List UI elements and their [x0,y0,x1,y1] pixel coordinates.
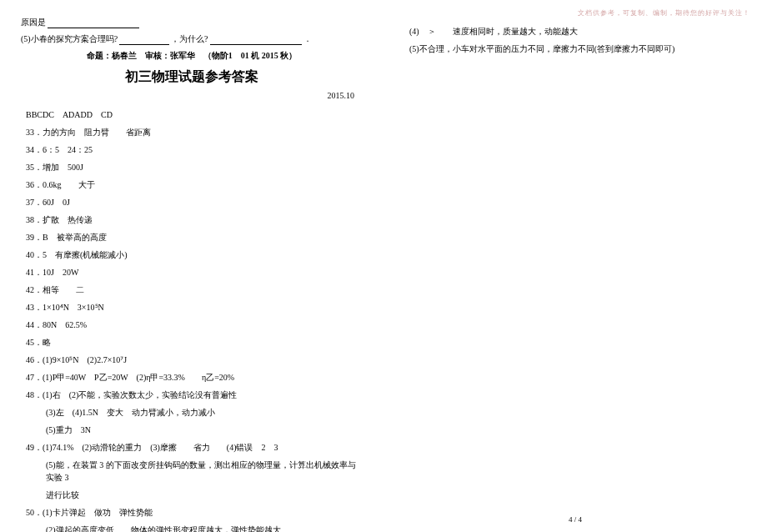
answer-44: 44．80N 62.5% [21,319,363,331]
blank-q5b [210,37,302,45]
answer-34: 34．6：5 24：25 [21,143,363,156]
answer-48-3: (3)左 (4)1.5N 变大 动力臂减小，动力减小 [21,406,363,419]
answer-37: 37．60J 0J [21,196,363,208]
answer-46: 46．(1)9×10⁵N (2)2.7×10⁷J [21,354,363,366]
answer-49-5b: 进行比较 [21,489,363,501]
answer-right-4: (4) ＞ 速度相同时，质量越大，动能越大 [404,25,746,38]
answer-41: 41．10J 20W [21,266,363,279]
answer-48-5: (5)重力 3N [21,424,363,436]
answer-45: 45．略 [21,336,363,349]
answer-36: 36．0.6kg 大于 [21,178,363,191]
blank-q5a [119,37,169,45]
answer-42: 42．相等 二 [21,284,363,296]
answer-50-2: (2)弹起的高度变低 物体的弹性形变程度越大，弹性势能越大 [21,524,363,532]
answer-49-5: (5)能，在装置 3 的下面改变所挂钩码的数量，测出相应的物理量，计算出机械效率… [21,459,363,484]
page-number: 4 / 4 [569,515,582,524]
answer-49-1: 49．(1)74.1% (2)动滑轮的重力 (3)摩擦 省力 (4)错误 2 3 [21,441,363,454]
answer-48-1: 48．(1)右 (2)不能，实验次数太少，实验结论没有普遍性 [21,389,363,401]
reason-label: 原因是 [21,18,46,27]
answer-40: 40．5 有摩擦(机械能减小) [21,248,363,261]
answer-35: 35．增加 500J [21,161,363,173]
watermark-text: 文档供参考，可复制、编制，期待您的好评与关注！ [578,8,750,18]
answer-39: 39．B 被举高的高度 [21,231,363,243]
answer-43: 43．1×10⁴N 3×10⁵N [21,301,363,314]
answer-33: 33．力的方向 阻力臂 省距离 [21,126,363,138]
answer-mc: BBCDC ADADD CD [21,108,363,121]
answer-50-1: 50．(1)卡片弹起 做功 弹性势能 [21,506,363,519]
doc-date: 2015.10 [21,91,363,100]
answer-right-5: (5)不合理，小车对水平面的压力不同，摩擦力不同(答到摩擦力不同即可) [404,43,746,55]
answer-47: 47．(1)P甲=40W P乙=20W (2)η甲=33.3% η乙=20% [21,371,363,384]
doc-title: 初三物理试题参考答案 [21,68,363,86]
answer-38: 38．扩散 热传递 [21,213,363,226]
credits-line: 命题：杨春兰 审核：张军华 （物阶1 01 机 2015 秋） [21,50,363,62]
q5-part-b: ，为什么? [171,34,208,43]
q5-part-a: (5)小春的探究方案合理吗? [21,34,118,43]
blank-reason [48,20,139,28]
